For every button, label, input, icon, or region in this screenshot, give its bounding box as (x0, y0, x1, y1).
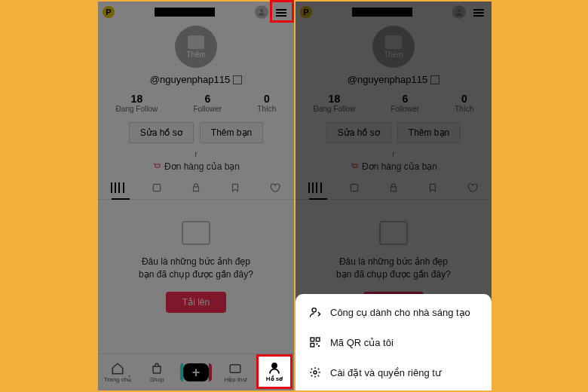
profile-handle: @nguyenphap115 (348, 74, 439, 85)
tab-bookmark-icon[interactable] (228, 182, 242, 193)
account-switch-icon[interactable] (255, 5, 268, 19)
nav-create[interactable]: + (176, 354, 216, 390)
empty-text: Đâu là những bức ảnh đẹp bạn đã chụp đượ… (336, 256, 451, 281)
image-placeholder-icon (182, 221, 210, 245)
svg-rect-2 (194, 187, 199, 191)
cart-icon (152, 162, 161, 171)
orders-row[interactable]: Đơn hàng của bạn (152, 161, 240, 172)
tab-lock-icon[interactable] (189, 182, 203, 193)
following-label: Đang Follow (314, 105, 356, 113)
sheet-creator-label: Công cụ dành cho nhà sáng tạo (330, 307, 470, 318)
tab-heart-icon[interactable] (268, 182, 281, 193)
tab-active-indicator (309, 198, 327, 200)
likes-count: 0 (461, 93, 467, 105)
avatar[interactable]: Thêm (372, 26, 415, 68)
orders-row[interactable]: Đơn hàng của bạn (350, 161, 437, 172)
tab-bookmark-icon[interactable] (426, 182, 439, 193)
phone-left: P Thêm @nguyenphap115 18 Đang Fo (98, 2, 294, 390)
tab-sticker-icon[interactable] (348, 182, 361, 193)
camera-icon (385, 35, 402, 49)
nav-profile-label: Hồ sơ (266, 375, 283, 382)
username-redacted (155, 8, 215, 17)
empty-state: Đâu là những bức ảnh đẹp bạn đã chụp đượ… (130, 221, 262, 313)
following-label: Đang Follow (116, 105, 158, 113)
upload-button[interactable]: Tải lên (166, 292, 226, 313)
handle-text: @nguyenphap115 (150, 74, 230, 85)
svg-rect-10 (316, 338, 320, 341)
stat-following[interactable]: 18Đang Follow (314, 93, 356, 113)
username-redacted (352, 8, 412, 17)
stat-followers[interactable]: 6 Follower (193, 93, 222, 113)
edit-profile-button[interactable]: Sửa hồ sơ (326, 122, 391, 143)
r-mark: r (194, 149, 198, 158)
highlight-hamburger (270, 0, 294, 23)
profile-tabs (98, 182, 294, 200)
tab-lock-icon[interactable] (387, 182, 400, 193)
stat-followers[interactable]: 6Follower (390, 93, 419, 113)
tab-grid-icon[interactable] (308, 182, 322, 193)
nav-inbox[interactable]: Hộp thư (216, 354, 255, 390)
plus-button-icon: + (183, 363, 209, 381)
avatar-add-label: Thêm (384, 51, 403, 59)
qr-icon[interactable] (430, 75, 439, 84)
add-friends-button[interactable]: Thêm bạn (397, 122, 461, 143)
avatar[interactable]: Thêm (175, 26, 217, 68)
sheet-qr-code[interactable]: Mã QR của tôi (296, 327, 492, 357)
nav-shop[interactable]: Shop (137, 354, 176, 390)
likes-label: Thích (455, 105, 473, 113)
profile-section: Thêm @nguyenphap115 18Đang Follow 6Follo… (296, 26, 492, 313)
svg-rect-11 (311, 343, 314, 347)
svg-point-5 (458, 9, 461, 12)
tab-heart-icon[interactable] (465, 182, 479, 193)
likes-count: 0 (264, 93, 270, 105)
likes-label: Thích (257, 105, 276, 113)
empty-text: Đâu là những bức ảnh đẹp bạn đã chụp đượ… (139, 256, 253, 281)
tab-sticker-icon[interactable] (150, 182, 164, 193)
nav-home[interactable]: Trang chủ (98, 354, 137, 390)
stats-row: 18 Đang Follow 6 Follower 0 Thích (98, 93, 294, 113)
nav-inbox-label: Hộp thư (224, 376, 246, 383)
handle-text: @nguyenphap115 (348, 74, 427, 85)
qr-icon[interactable] (233, 75, 242, 84)
orders-label: Đơn hàng của bạn (164, 161, 240, 172)
stat-likes[interactable]: 0 Thích (257, 93, 276, 113)
stat-following[interactable]: 18 Đang Follow (116, 93, 158, 113)
hamburger-menu-icon[interactable] (470, 4, 487, 20)
highlight-profile-tab: Hồ sơ (256, 354, 292, 389)
svg-point-15 (272, 363, 277, 368)
following-count: 18 (329, 93, 341, 105)
sheet-creator-tools[interactable]: Công cụ dành cho nhà sáng tạo (296, 297, 492, 327)
svg-rect-12 (316, 343, 317, 345)
stat-likes[interactable]: 0Thích (455, 93, 473, 113)
tab-active-indicator (112, 198, 130, 200)
nav-shop-label: Shop (150, 376, 164, 383)
profile-handle: @nguyenphap115 (150, 74, 242, 85)
svg-point-8 (312, 308, 316, 312)
phone-right: P Thêm @nguyenphap115 18Đang Follow 6Fol… (296, 2, 492, 390)
following-count: 18 (131, 93, 143, 105)
svg-rect-9 (311, 338, 314, 341)
p-badge: P (103, 6, 115, 18)
tab-grid-icon[interactable] (111, 182, 124, 193)
home-icon (111, 362, 124, 375)
profile-section: Thêm @nguyenphap115 18 Đang Follow 6 Fol… (98, 26, 294, 313)
add-friends-button[interactable]: Thêm bạn (200, 122, 263, 143)
cart-icon (350, 162, 359, 171)
followers-count: 6 (204, 93, 210, 105)
avatar-add-label: Thêm (186, 51, 206, 59)
gear-icon (309, 366, 321, 378)
edit-profile-button[interactable]: Sửa hồ sơ (129, 122, 194, 143)
sheet-settings-label: Cài đặt và quyền riêng tư (330, 367, 441, 378)
qr-code-icon (309, 336, 321, 348)
account-switch-icon[interactable] (452, 5, 466, 19)
profile-tabs (296, 182, 492, 200)
image-placeholder-icon (379, 221, 408, 245)
topbar: P (98, 2, 294, 23)
svg-rect-1 (153, 184, 160, 191)
svg-point-14 (314, 371, 317, 374)
shop-icon (150, 362, 164, 375)
inbox-icon (228, 362, 242, 375)
p-badge: P (300, 6, 312, 18)
topbar: P (296, 2, 492, 23)
sheet-settings-privacy[interactable]: Cài đặt và quyền riêng tư (296, 357, 492, 387)
